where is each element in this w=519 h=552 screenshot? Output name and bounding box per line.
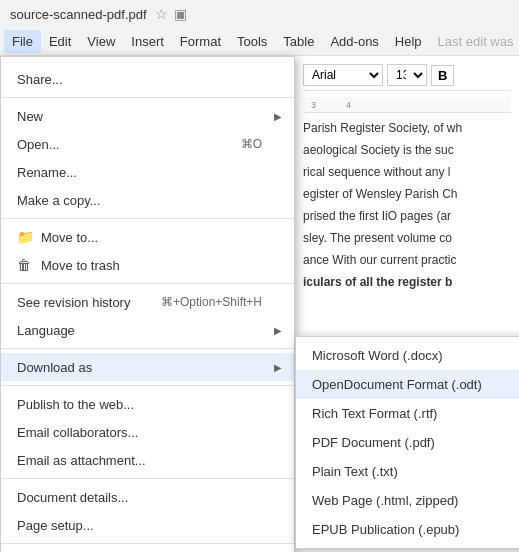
menu-section-details: Document details... Page setup... (1, 479, 294, 544)
download-submenu: Microsoft Word (.docx) OpenDocument Form… (295, 336, 519, 549)
trash-menu-icon: 🗑 (17, 257, 37, 273)
menu-help[interactable]: Help (387, 30, 430, 53)
doc-toolbar: Arial 13 B (303, 64, 511, 91)
doc-line-2: aeological Society is the suc (303, 141, 511, 159)
font-family-select[interactable]: Arial (303, 64, 383, 86)
doc-line-3: rical sequence without any l (303, 163, 511, 181)
file-dropdown-menu: Share... New Open... ⌘O Rename... Make a… (0, 56, 295, 552)
submenu-pdf[interactable]: PDF Document (.pdf) (296, 428, 519, 457)
menu-section-print: 🖨 Print ⌘P (1, 544, 294, 552)
submenu-rtf[interactable]: Rich Text Format (.rtf) (296, 399, 519, 428)
submenu-html[interactable]: Web Page (.html, zipped) (296, 486, 519, 515)
menu-section-download: Download as (1, 349, 294, 386)
menu-share[interactable]: Share... (1, 65, 294, 93)
menu-addons[interactable]: Add-ons (322, 30, 386, 53)
doc-line-7: ance With our current practic (303, 251, 511, 269)
folder-menu-icon: 📁 (17, 229, 37, 245)
menu-make-copy[interactable]: Make a copy... (1, 186, 294, 214)
menu-download-as[interactable]: Download as (1, 353, 294, 381)
font-size-select[interactable]: 13 (387, 64, 427, 86)
menu-section-share: Share... (1, 61, 294, 98)
ruler: 3 4 (303, 97, 511, 113)
menu-print[interactable]: 🖨 Print ⌘P (1, 548, 294, 552)
menu-last-edit: Last edit was (430, 30, 519, 53)
doc-text-area: Parish Register Society, of wh aeologica… (303, 119, 511, 291)
menu-email-collaborators[interactable]: Email collaborators... (1, 418, 294, 446)
menu-file[interactable]: File (4, 30, 41, 53)
menu-rename[interactable]: Rename... (1, 158, 294, 186)
menu-section-move: 📁 Move to... 🗑 Move to trash (1, 219, 294, 284)
bold-button[interactable]: B (431, 65, 454, 86)
doc-line-5: prised the first IiO pages (ar (303, 207, 511, 225)
title-icons: ☆ ▣ (155, 6, 187, 22)
menu-document-details[interactable]: Document details... (1, 483, 294, 511)
menu-open[interactable]: Open... ⌘O (1, 130, 294, 158)
menu-tools[interactable]: Tools (229, 30, 275, 53)
submenu-txt[interactable]: Plain Text (.txt) (296, 457, 519, 486)
submenu-word[interactable]: Microsoft Word (.docx) (296, 341, 519, 370)
doc-line-1: Parish Register Society, of wh (303, 119, 511, 137)
menu-move-to[interactable]: 📁 Move to... (1, 223, 294, 251)
submenu-epub[interactable]: EPUB Publication (.epub) (296, 515, 519, 544)
menu-language[interactable]: Language (1, 316, 294, 344)
title-bar: source-scanned-pdf.pdf ☆ ▣ (0, 0, 519, 28)
menu-section-new: New Open... ⌘O Rename... Make a copy... (1, 98, 294, 219)
star-icon[interactable]: ☆ (155, 6, 168, 22)
document-title: source-scanned-pdf.pdf (10, 7, 147, 22)
doc-line-4: egister of Wensley Parish Ch (303, 185, 511, 203)
menu-publish-web[interactable]: Publish to the web... (1, 390, 294, 418)
menu-email-attachment[interactable]: Email as attachment... (1, 446, 294, 474)
menu-edit[interactable]: Edit (41, 30, 79, 53)
folder-icon[interactable]: ▣ (174, 6, 187, 22)
menu-view[interactable]: View (79, 30, 123, 53)
menu-insert[interactable]: Insert (123, 30, 172, 53)
doc-line-8: iculars of all the register b (303, 273, 511, 291)
menu-section-publish: Publish to the web... Email collaborator… (1, 386, 294, 479)
menu-move-to-trash[interactable]: 🗑 Move to trash (1, 251, 294, 279)
submenu-odf[interactable]: OpenDocument Format (.odt) (296, 370, 519, 399)
menu-format[interactable]: Format (172, 30, 229, 53)
menu-page-setup[interactable]: Page setup... (1, 511, 294, 539)
main-layout: Share... New Open... ⌘O Rename... Make a… (0, 56, 519, 552)
menu-revision-history[interactable]: See revision history ⌘+Option+Shift+H (1, 288, 294, 316)
menu-new[interactable]: New (1, 102, 294, 130)
doc-line-6: sley. The present volume co (303, 229, 511, 247)
menu-bar: File Edit View Insert Format Tools Table… (0, 28, 519, 56)
menu-table[interactable]: Table (275, 30, 322, 53)
menu-section-revision: See revision history ⌘+Option+Shift+H La… (1, 284, 294, 349)
